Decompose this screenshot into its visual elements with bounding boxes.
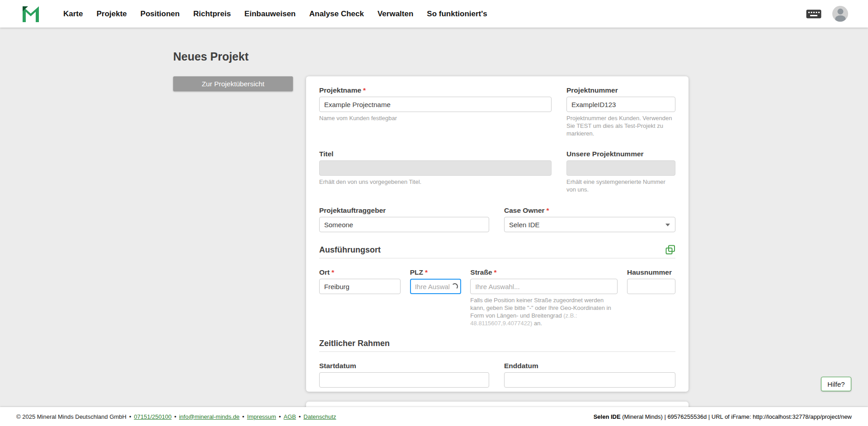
plz-label: PLZ* [410,268,461,276]
strasse-helper-suffix: an. [532,320,542,327]
field-case-owner: Case Owner* Selen IDE [504,206,675,232]
section-divider [319,258,675,258]
field-titel: Titel Erhält den von uns vorgegebenen Ti… [319,150,552,193]
form-row-1: Projektname* Name vom Kunden festlegbar … [319,86,675,137]
unsere-projektnummer-label: Unsere Projektnummer [566,150,675,158]
ort-label: Ort* [319,268,401,276]
field-strasse: Straße* Falls die Position keiner Straße… [470,268,618,327]
avatar-head-icon [837,9,843,14]
loading-spinner-icon [452,283,458,290]
nav-item-karte[interactable]: Karte [63,0,83,28]
ausfuehrungsort-title: Ausführungsort [319,245,381,255]
page-footer: © 2025 Mineral Minds Deutschland GmbH • … [0,407,868,426]
plz-label-text: PLZ [410,268,423,276]
footer-separator: • [299,413,301,420]
plz-input-wrapper [410,279,461,294]
enddatum-input[interactable] [504,372,675,388]
projektname-input[interactable] [319,97,552,112]
footer-copyright: © 2025 Mineral Minds Deutschland GmbH [16,413,127,420]
enddatum-label: Enddatum [504,362,675,370]
strasse-helper-main: Falls die Position keiner Straße zugeord… [470,297,611,319]
field-unsere-projektnummer: Unsere Projektnummer Erhält eine systemg… [566,150,675,193]
nav-item-projekte[interactable]: Projekte [96,0,127,28]
field-enddatum: Enddatum [504,362,675,388]
form-row-4: Ort* PLZ* Straße* Falls die Po [319,268,675,327]
project-form-card: Projektname* Name vom Kunden festlegbar … [306,76,689,392]
nav-item-analyse-check[interactable]: Analyse Check [309,0,364,28]
nav-item-positionen[interactable]: Positionen [141,0,180,28]
avatar-shoulders-icon [835,15,845,22]
field-plz: PLZ* [410,268,461,327]
startdatum-label: Startdatum [319,362,489,370]
next-card-peek [306,402,689,407]
titel-helper: Erhält den von uns vorgegebenen Titel. [319,178,552,186]
strasse-label-text: Straße [470,268,492,276]
section-zeitlicher-rahmen-header: Zeitlicher Rahmen [319,339,675,348]
hausnummer-input[interactable] [627,279,675,294]
hausnummer-label: Hausnummer [627,268,675,276]
top-navbar: Karte Projekte Positionen Richtpreis Ein… [0,0,868,28]
navbar-right [806,6,848,22]
case-owner-selected-value: Selen IDE [509,221,540,229]
hilfe-button[interactable]: Hilfe? [821,377,851,391]
section-ausfuehrungsort-header: Ausführungsort [319,245,675,255]
required-asterisk: * [494,268,497,276]
field-startdatum: Startdatum [319,362,489,388]
ort-label-text: Ort [319,268,330,276]
strasse-input[interactable] [470,279,618,294]
unsere-projektnummer-input [566,160,675,176]
projektnummer-helper: Projektnummer des Kunden. Verwenden Sie … [566,114,675,137]
form-row-2: Titel Erhält den von uns vorgegebenen Ti… [319,150,675,193]
footer-impressum-link[interactable]: Impressum [247,413,276,420]
titel-input [319,160,552,176]
chevron-down-icon [665,224,670,226]
field-ort: Ort* [319,268,401,327]
case-owner-label: Case Owner* [504,206,675,215]
nav-item-richtpreis[interactable]: Richtpreis [193,0,231,28]
titel-label: Titel [319,150,552,158]
startdatum-input[interactable] [319,372,489,388]
zeitlicher-rahmen-title: Zeitlicher Rahmen [319,339,390,348]
footer-datenschutz-link[interactable]: Datenschutz [303,413,336,420]
required-asterisk: * [425,268,428,276]
section-divider [319,351,675,352]
strasse-helper: Falls die Position keiner Straße zugeord… [470,296,618,327]
form-row-3: Projektauftraggeber Case Owner* Selen ID… [319,206,675,232]
projektname-helper: Name vom Kunden festlegbar [319,114,552,122]
main-nav: Karte Projekte Positionen Richtpreis Ein… [63,0,487,28]
field-projektauftraggeber: Projektauftraggeber [319,206,489,232]
user-avatar[interactable] [832,6,848,22]
projektnummer-input[interactable] [566,97,675,112]
required-asterisk: * [331,268,334,276]
footer-separator: • [242,413,245,420]
nav-item-so-funktionierts[interactable]: So funktioniert's [427,0,487,28]
nav-item-verwalten[interactable]: Verwalten [377,0,413,28]
footer-user-name: Selen IDE [594,413,621,420]
copy-icon[interactable] [665,245,675,255]
zur-projektuebersicht-button[interactable]: Zur Projektübersicht [173,76,293,91]
projektauftraggeber-label: Projektauftraggeber [319,206,489,215]
projektauftraggeber-input[interactable] [319,217,489,232]
footer-separator: • [129,413,132,420]
main-content: Neues Projekt Zur Projektübersicht Proje… [0,28,868,407]
projektname-label: Projektname* [319,86,552,94]
nav-item-einbauweisen[interactable]: Einbauweisen [245,0,296,28]
required-asterisk: * [547,206,549,214]
footer-session-details: (Mineral Minds) | 69576255536d | URL of … [621,413,852,420]
required-asterisk: * [363,86,366,94]
footer-session-info: Selen IDE (Mineral Minds) | 69576255536d… [594,413,852,420]
keyboard-icon[interactable] [806,9,821,19]
mineral-minds-logo-icon [21,5,41,23]
strasse-label: Straße* [470,268,618,276]
field-hausnummer: Hausnummer [627,268,675,327]
case-owner-select[interactable]: Selen IDE [504,217,675,232]
footer-email-link[interactable]: info@mineral-minds.de [179,413,240,420]
footer-left: © 2025 Mineral Minds Deutschland GmbH • … [16,413,336,420]
footer-separator: • [279,413,281,420]
ort-input[interactable] [319,279,401,294]
field-projektnummer: Projektnummer Projektnummer des Kunden. … [566,86,675,137]
unsere-projektnummer-helper: Erhält eine systemgenerierte Nummer von … [566,178,675,193]
footer-phone-link[interactable]: 07151/250100 [134,413,171,420]
footer-separator: • [174,413,176,420]
footer-agb-link[interactable]: AGB [283,413,296,420]
